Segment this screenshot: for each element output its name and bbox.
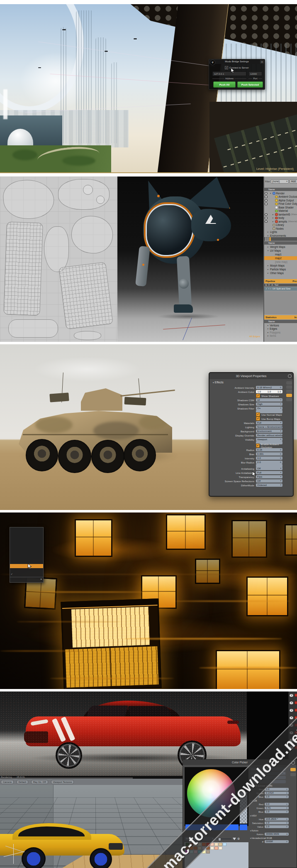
menu-item[interactable] — [10, 536, 43, 540]
side-tab[interactable] — [286, 385, 292, 389]
color-swatch[interactable] — [219, 843, 222, 846]
eye-icon[interactable] — [264, 213, 268, 216]
eye-icon[interactable] — [290, 709, 293, 712]
statistics-row[interactable]: ▸Vertices — [264, 324, 297, 327]
eye-icon[interactable] — [290, 694, 293, 697]
expand-arrow-icon[interactable]: ▸ — [268, 328, 268, 330]
shader-tree-row[interactable]: Alpha Output — [264, 199, 297, 202]
expand-arrow-icon[interactable]: ▸ — [268, 331, 268, 333]
value-field[interactable]: 0.001 — [256, 452, 282, 456]
checkbox-icon[interactable]: ✓ — [256, 444, 260, 448]
panel-tab[interactable] — [265, 237, 267, 241]
value-field[interactable]: 0.0 — [265, 803, 289, 806]
list-item[interactable]: Morph Maps — [264, 264, 297, 267]
side-tab[interactable] — [286, 398, 292, 401]
shader-tree-row[interactable]: Nodes — [264, 227, 297, 230]
value-field[interactable]: x2 — [256, 398, 282, 402]
address-input[interactable]: 127.0.0.1 — [212, 71, 246, 76]
side-tab[interactable] — [286, 381, 292, 385]
toolbar-button[interactable]: Default — [17, 780, 28, 784]
list-item[interactable]: map2 — [264, 256, 297, 260]
side-tab[interactable] — [286, 390, 292, 393]
value-field[interactable]: Fast — [256, 475, 282, 478]
color-swatch[interactable] — [219, 846, 222, 850]
push-selected-button[interactable]: Push Selected — [237, 81, 263, 88]
expand-arrow-icon[interactable]: ▸ — [268, 335, 268, 337]
value-field[interactable]: 1.0 — [265, 821, 289, 825]
section-header[interactable]: Kelvin — [250, 829, 258, 832]
value-field[interactable]: 1.0 — [265, 810, 289, 814]
value-field[interactable]: Full — [256, 421, 282, 424]
color-swatch[interactable] — [214, 846, 218, 850]
close-icon[interactable]: ✕ — [260, 60, 264, 64]
value-field[interactable]: 39999.9609 — [265, 833, 289, 836]
list-item[interactable]: (new map) — [264, 260, 297, 264]
enabled-check-icon[interactable]: ✓ — [265, 287, 267, 291]
value-field[interactable]: 0069ff — [265, 840, 289, 843]
value-field[interactable]: 0.15 W/srm2 — [256, 386, 282, 389]
value-field[interactable]: 0.41 — [265, 807, 289, 810]
menu-item[interactable] — [10, 528, 43, 532]
list-item[interactable]: Weight Maps — [264, 245, 297, 249]
pipeline-header[interactable]: PipelinePre — [264, 279, 297, 283]
menu-item[interactable] — [10, 556, 43, 560]
panel-title[interactable]: 3D Viewport Properties — [209, 373, 293, 379]
checkbox-icon[interactable]: ✓ — [256, 417, 260, 421]
eye-icon[interactable] — [264, 220, 268, 223]
value-field[interactable]: 4.0 — [256, 456, 282, 460]
eye-icon[interactable] — [264, 199, 268, 202]
value-field[interactable]: 215.2829 ° — [265, 818, 289, 821]
statistics-row[interactable]: ▸Items — [264, 334, 297, 338]
shader-tree-row[interactable]: Library — [264, 223, 297, 227]
eye-icon[interactable] — [290, 716, 293, 719]
panel-tab[interactable] — [269, 237, 271, 241]
color-swatch[interactable] — [223, 843, 226, 846]
list-item[interactable]: Particle Maps — [264, 267, 297, 271]
toolbar-button[interactable]: Viewport Textures — [51, 780, 74, 784]
value-field[interactable]: 1.0 — [265, 795, 289, 799]
shader-tree-row[interactable]: armpits(Material) — [264, 220, 297, 223]
push-all-button[interactable]: Push All — [213, 81, 236, 88]
color-swatch[interactable] — [214, 843, 218, 846]
statistics-header[interactable]: StatisticsIn — [264, 315, 297, 319]
menu-item[interactable] — [10, 577, 43, 581]
toolbar-button[interactable]: Camera — [1, 780, 14, 784]
value-field[interactable]: Off — [256, 467, 282, 470]
shader-tree-row[interactable]: Render — [264, 191, 297, 195]
value-field[interactable]: Ordered — [256, 483, 282, 487]
value-field[interactable]: Environment — [256, 429, 282, 433]
value-field[interactable]: 1.0 1.0 1.0 — [256, 390, 282, 393]
menu-item[interactable] — [10, 548, 43, 552]
shader-tree-row[interactable]: Ambient Occlusion — [264, 195, 297, 199]
value-field[interactable]: 0.1414 — [265, 792, 289, 795]
side-tab[interactable] — [286, 394, 292, 397]
menu-item[interactable] — [10, 552, 43, 557]
value-field[interactable]: Full — [256, 471, 282, 474]
menu-item[interactable] — [10, 564, 43, 568]
value-field[interactable]: High — [256, 402, 282, 406]
shader-tree-row[interactable]: Final Color Output — [264, 202, 297, 206]
value-field[interactable]: Scene + Environment — [256, 425, 282, 429]
shader-tree-row[interactable]: Material — [264, 209, 297, 213]
eye-icon[interactable] — [264, 202, 268, 206]
eye-icon[interactable] — [264, 192, 268, 195]
panel-circle-button[interactable] — [288, 374, 292, 378]
side-tab[interactable] — [290, 768, 296, 771]
effects-section-label[interactable]: ▾ Effects — [213, 381, 224, 384]
shader-tree-row[interactable]: Lights — [264, 230, 297, 234]
list-item[interactable]: Other Maps — [264, 271, 297, 275]
filter-dropdown[interactable]: (none)▾ — [271, 179, 289, 184]
panel-tab[interactable] — [267, 237, 269, 241]
color-swatch[interactable] — [206, 850, 210, 853]
checkbox-icon[interactable]: ✓ — [256, 394, 260, 398]
value-field[interactable]: 0.15 — [256, 448, 282, 451]
menu-item[interactable] — [10, 540, 43, 544]
menu-item[interactable] — [10, 572, 43, 576]
menu-item[interactable] — [10, 560, 43, 564]
list-item[interactable]: UV Maps — [264, 249, 297, 253]
statistics-row[interactable]: ▸Polygons — [264, 331, 297, 334]
side-tab[interactable] — [290, 773, 296, 776]
section-header[interactable]: HSV — [250, 814, 257, 817]
checkbox-icon[interactable]: ✓ — [256, 412, 260, 417]
value-field[interactable]: 1.0 — [265, 825, 289, 829]
